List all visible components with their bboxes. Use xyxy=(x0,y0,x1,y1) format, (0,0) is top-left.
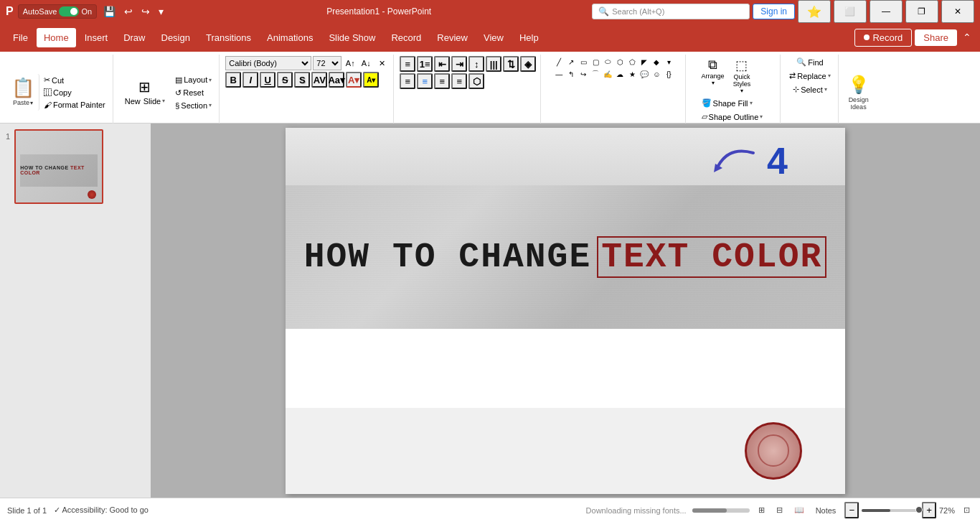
select-button[interactable]: ⊹ Select ▾ xyxy=(790,83,830,95)
menu-animations[interactable]: Animations xyxy=(260,28,320,47)
save-button[interactable]: 💾 xyxy=(101,6,118,17)
design-ideas-button[interactable]: 💡 DesignIdeas xyxy=(845,73,872,112)
align-right-button[interactable]: ≡ xyxy=(434,73,450,89)
notes-button[interactable]: Notes xyxy=(813,505,839,516)
format-painter-button[interactable]: 🖌 Format Painter xyxy=(41,99,108,111)
justify-button[interactable]: ≡ xyxy=(451,73,467,89)
shape-oval[interactable]: ⬭ xyxy=(602,56,613,67)
shape-bracket[interactable]: {} xyxy=(663,68,674,80)
zoom-out-button[interactable]: − xyxy=(844,502,859,518)
shape-rect[interactable]: ▭ xyxy=(578,56,589,67)
new-slide-button[interactable]: ⊞ New Slide ▾ xyxy=(119,77,171,108)
menu-review[interactable]: Review xyxy=(430,28,475,47)
menu-file[interactable]: File xyxy=(6,28,35,47)
clear-format-button[interactable]: ✕ xyxy=(374,56,389,70)
find-button[interactable]: 🔍 Find xyxy=(793,56,826,68)
shape-star[interactable]: ★ xyxy=(626,68,638,80)
menu-record[interactable]: Record xyxy=(384,28,428,47)
numbering-button[interactable]: 1≡ xyxy=(417,56,433,72)
font-name-select[interactable]: Calibri (Body) xyxy=(225,56,311,70)
shape-diamond[interactable]: ◆ xyxy=(651,56,662,67)
line-spacing-button[interactable]: ↕ xyxy=(468,56,484,72)
autosave-toggle[interactable]: AutoSave On xyxy=(18,4,97,19)
customize-button[interactable]: ▾ xyxy=(156,6,166,17)
underline-button[interactable]: U xyxy=(260,72,275,88)
decrease-font-button[interactable]: A↓ xyxy=(359,56,373,70)
char-spacing-button[interactable]: AV xyxy=(311,72,327,88)
fit-slide-button[interactable]: ⊡ xyxy=(961,504,973,516)
copy-button[interactable]: ⿲ Copy xyxy=(41,87,108,98)
cut-button[interactable]: ✂ Cut xyxy=(41,74,108,86)
section-button[interactable]: § Section ▾ xyxy=(172,100,215,111)
menu-design[interactable]: Design xyxy=(154,28,197,47)
reading-view-button[interactable]: 📖 xyxy=(791,504,807,516)
align-left-button[interactable]: ≡ xyxy=(400,73,415,89)
normal-view-button[interactable]: ⊞ xyxy=(755,504,768,516)
zoom-slider[interactable] xyxy=(862,509,919,512)
shape-arrow-line[interactable]: ↗ xyxy=(565,56,577,67)
shape-curve[interactable]: ⌒ xyxy=(590,68,601,80)
shape-pentagon[interactable]: ⬠ xyxy=(626,56,638,67)
ribbon-display-button[interactable]: ⬜ xyxy=(834,0,867,23)
quick-styles-button[interactable]: ⬚ Quick Styles ▾ xyxy=(730,56,754,95)
replace-button[interactable]: ⇄ Replace ▾ xyxy=(786,70,833,82)
new-slide-label[interactable]: New Slide ▾ xyxy=(122,95,168,107)
shape-line[interactable]: ╱ xyxy=(553,56,565,67)
shape-freeform[interactable]: ✍ xyxy=(602,68,613,80)
collapse-ribbon-button[interactable]: ⌃ xyxy=(960,32,974,43)
menu-home[interactable]: Home xyxy=(37,28,76,47)
undo-button[interactable]: ↩ xyxy=(122,6,135,17)
menu-insert[interactable]: Insert xyxy=(77,28,116,47)
feedback-button[interactable]: ⭐ xyxy=(798,0,831,23)
font-color-button[interactable]: A▾ xyxy=(346,72,362,88)
shape-more[interactable]: ▾ xyxy=(663,56,674,67)
shape-right-triangle[interactable]: ◤ xyxy=(639,56,650,67)
shape-callout[interactable]: 💬 xyxy=(639,68,650,80)
text-highlight-button[interactable]: A▾ xyxy=(363,72,379,88)
paste-button[interactable]: 📋 Paste ▾ xyxy=(7,74,39,111)
change-case-button[interactable]: Aa▾ xyxy=(329,72,344,88)
menu-transitions[interactable]: Transitions xyxy=(199,28,258,47)
menu-help[interactable]: Help xyxy=(512,28,546,47)
font-size-select[interactable]: 72 xyxy=(313,56,341,70)
shape-hexagon[interactable]: ⬡ xyxy=(614,56,626,67)
smartart-button[interactable]: ◈ xyxy=(520,56,536,72)
increase-font-button[interactable]: A↑ xyxy=(343,56,357,70)
strikethrough-button[interactable]: S xyxy=(277,72,293,88)
record-button[interactable]: Record xyxy=(854,29,912,47)
menu-view[interactable]: View xyxy=(476,28,511,47)
slide-thumbnail[interactable]: HOW TO CHANGE TEXT COLOR xyxy=(14,129,103,204)
slide-panel[interactable]: 1 HOW TO CHANGE TEXT COLOR xyxy=(0,123,151,498)
reset-button[interactable]: ↺ Reset xyxy=(172,87,215,99)
shape-line2[interactable]: — xyxy=(553,68,565,80)
shape-rounded-rect[interactable]: ▢ xyxy=(590,56,601,67)
zoom-in-button[interactable]: + xyxy=(922,502,936,518)
slide-sorter-button[interactable]: ⊟ xyxy=(773,504,786,516)
menu-slideshow[interactable]: Slide Show xyxy=(321,28,382,47)
increase-indent-button[interactable]: ⇥ xyxy=(451,56,467,72)
search-box[interactable]: 🔍 Search (Alt+Q) xyxy=(592,4,750,19)
restore-button[interactable]: ❐ xyxy=(905,0,938,23)
bullets-button[interactable]: ≡ xyxy=(400,56,415,72)
bold-button[interactable]: B xyxy=(225,72,241,88)
shape-outline-button[interactable]: ▱ Shape Outline ▾ xyxy=(699,111,766,123)
arrange-button[interactable]: ⧉ Arrange ▾ xyxy=(699,56,727,88)
italic-button[interactable]: I xyxy=(242,72,258,88)
redo-button[interactable]: ↪ xyxy=(139,6,152,17)
shape-bent-arrow[interactable]: ↪ xyxy=(578,68,589,80)
text-direction-button[interactable]: ⇅ xyxy=(503,56,519,72)
share-button[interactable]: Share xyxy=(915,29,957,46)
layout-button[interactable]: ▤ Layout ▾ xyxy=(172,74,215,86)
sign-in-button[interactable]: Sign in xyxy=(753,4,795,19)
canvas-area[interactable]: 4 HOW TO CHANGE TEXT COLOR xyxy=(151,123,980,498)
minimize-button[interactable]: — xyxy=(870,0,903,23)
paste-sub[interactable]: Paste ▾ xyxy=(13,99,33,106)
close-button[interactable]: ✕ xyxy=(941,0,974,23)
shape-smiley[interactable]: ☺ xyxy=(651,68,662,80)
shape-fill-button[interactable]: 🪣 Shape Fill ▾ xyxy=(699,97,755,109)
decrease-indent-button[interactable]: ⇤ xyxy=(434,56,450,72)
convert-smartart-button[interactable]: ⬡ xyxy=(468,73,484,89)
align-center-button[interactable]: ≡ xyxy=(417,73,433,89)
shadow-button[interactable]: S xyxy=(294,72,310,88)
autosave-switch[interactable] xyxy=(59,6,79,17)
